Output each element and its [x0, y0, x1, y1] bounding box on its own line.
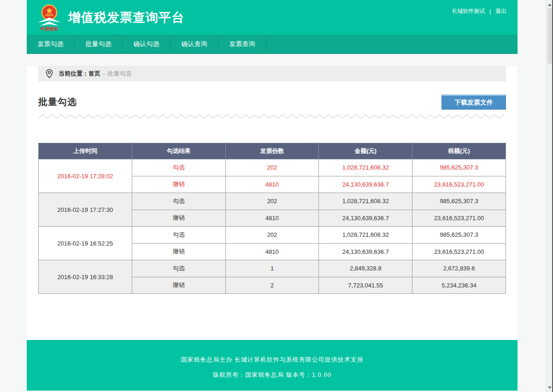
tax-cell: 2,672,839.6 [412, 260, 506, 277]
tax-cell: 23,616,523,271.00 [412, 210, 506, 227]
section-heading: 批量勾选 [38, 96, 77, 108]
breadcrumb-home[interactable]: 当前位置：首页 [59, 70, 100, 78]
user-box: 长城软件测试 | 退出 [452, 7, 506, 15]
nav-item-3[interactable]: 确认勾选 [123, 35, 171, 53]
col-header-upload-time: 上传时间 [39, 143, 132, 159]
table-header-row: 上传时间 勾选结果 发票份数 金额(元) 税额(元) [39, 143, 506, 159]
upload-time-cell: 2016-02-19 17:27:30 [39, 193, 132, 227]
count-cell: 1 [225, 260, 319, 277]
amount-cell: 1,028,721,608.32 [319, 159, 412, 176]
table-head: 上传时间 勾选结果 发票份数 金额(元) 税额(元) [39, 143, 506, 159]
user-divider: | [489, 8, 491, 15]
amount-cell: 24,130,639,636.7 [319, 176, 412, 193]
breadcrumb: 当前位置：首页 - 批量勾选 [38, 66, 506, 82]
heading-row: 批量勾选 下载发票文件 [38, 94, 506, 110]
count-cell: 202 [225, 193, 319, 210]
site-footer: 国家税务总局主办 长城计算机软件与系统有限公司提供技术支持 版权所有：国家税务总… [27, 340, 518, 391]
table-row: 2016-02-19 17:27:30勾选2021,028,721,608.32… [39, 193, 506, 210]
result-cell: 勾选 [132, 227, 225, 244]
china-tax-logo-icon: 中国税务 [37, 4, 62, 31]
tax-cell: 985,625,307.3 [412, 227, 506, 244]
nav-item-5[interactable]: 发票查询 [218, 35, 266, 53]
col-header-amount: 金额(元) [319, 143, 412, 159]
table-row: 2016-02-19 17:28:02勾选2021,028,721,608.32… [39, 159, 506, 176]
upload-time-cell: 2016-02-19 16:33:28 [39, 260, 132, 294]
count-cell: 202 [225, 227, 319, 244]
site-header: 中国税务 增值税发票查询平台 长城软件测试 | 退出 [27, 0, 518, 35]
main-panel: 当前位置：首页 - 批量勾选 批量勾选 下载发票文件 上传 [27, 66, 518, 340]
browser-viewport: 中国税务 增值税发票查询平台 长城软件测试 | 退出 发票勾选批量勾选确认勾选确… [0, 0, 553, 392]
tax-cell: 985,625,307.3 [412, 193, 506, 210]
nav-item-2[interactable]: 批量勾选 [75, 35, 123, 53]
count-cell: 4810 [225, 210, 319, 227]
result-cell: 撤销 [132, 243, 225, 260]
upload-time-cell: 2016-02-19 17:28:02 [39, 159, 132, 193]
amount-cell: 1,028,721,608.32 [319, 227, 412, 244]
result-cell: 撤销 [132, 210, 225, 227]
amount-cell: 2,849,328.8 [319, 260, 412, 277]
tax-cell: 23,616,523,271.00 [412, 176, 506, 193]
svg-text:中国税务: 中国税务 [40, 26, 59, 31]
main-nav: 发票勾选批量勾选确认勾选确认查询发票查询 [27, 35, 518, 54]
upload-time-cell: 2016-02-19 16:52:25 [39, 227, 132, 260]
result-cell: 撤销 [132, 176, 225, 193]
batch-table-body: 2016-02-19 17:28:02勾选2021,028,721,608.32… [39, 159, 506, 294]
amount-cell: 1,028,721,608.32 [319, 193, 412, 210]
tax-cell: 5,234,236.34 [412, 277, 506, 294]
amount-cell: 24,130,639,636.7 [319, 210, 412, 227]
col-header-result: 勾选结果 [132, 143, 225, 159]
breadcrumb-separator: - [103, 70, 105, 77]
tax-cell: 985,625,307.3 [412, 159, 506, 176]
result-cell: 勾选 [132, 260, 225, 277]
page-title: 增值税发票查询平台 [68, 9, 184, 26]
table-row: 2016-02-19 16:33:28勾选12,849,328.82,672,8… [39, 260, 506, 277]
page-content-column: 中国税务 增值税发票查询平台 长城软件测试 | 退出 发票勾选批量勾选确认勾选确… [27, 0, 518, 391]
col-header-count: 发票份数 [225, 143, 319, 159]
download-invoice-file-button[interactable]: 下载发票文件 [441, 94, 506, 110]
footer-sponsor-line: 国家税务总局主办 长城计算机软件与系统有限公司提供技术支持 [27, 356, 518, 364]
breadcrumb-current: 批量勾选 [107, 70, 131, 78]
result-cell: 勾选 [132, 193, 225, 210]
count-cell: 2 [225, 277, 319, 294]
amount-cell: 24,130,639,636.7 [319, 243, 412, 260]
count-cell: 4810 [225, 176, 319, 193]
footer-copyright-line: 版权所有：国家税务总局 版本号：1.0.00 [27, 371, 518, 379]
count-cell: 4810 [225, 243, 319, 260]
user-name: 长城软件测试 [452, 7, 485, 15]
location-pin-icon [46, 69, 53, 78]
batch-check-table: 上传时间 勾选结果 发票份数 金额(元) 税额(元) 2016-02-19 17… [38, 143, 506, 294]
count-cell: 202 [225, 159, 319, 176]
amount-cell: 7,723,041.55 [319, 277, 412, 294]
result-cell: 撤销 [132, 277, 225, 294]
result-cell: 勾选 [132, 159, 225, 176]
scrollbar-thumb[interactable] [547, 8, 552, 64]
tax-cell: 23,616,523,271.00 [412, 243, 506, 260]
nav-item-1[interactable]: 发票勾选 [27, 35, 75, 53]
logout-link[interactable]: 退出 [495, 7, 506, 15]
nav-item-4[interactable]: 确认查询 [171, 35, 218, 53]
col-header-tax: 税额(元) [412, 143, 506, 159]
zigzag-divider [38, 113, 505, 120]
table-row: 2016-02-19 16:52:25勾选2021,028,721,608.32… [39, 227, 506, 244]
